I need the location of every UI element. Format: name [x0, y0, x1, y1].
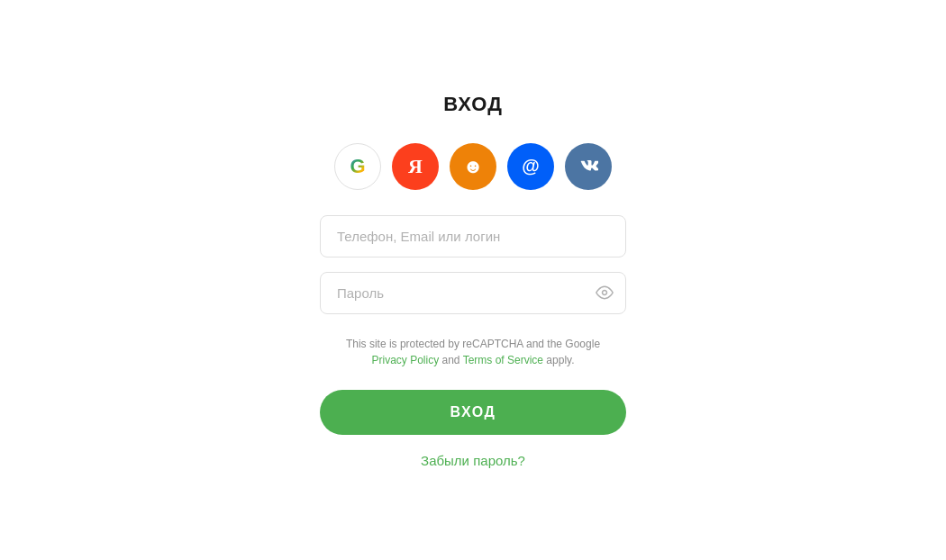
odnoklassniki-login-button[interactable]: ☻ [450, 143, 496, 190]
show-password-icon[interactable] [596, 284, 614, 302]
page-title: ВХОД [443, 93, 503, 116]
mailru-login-button[interactable]: @ [507, 143, 554, 190]
recaptcha-notice: This site is protected by reCAPTCHA and … [346, 336, 600, 368]
social-buttons-row: G Я ☻ @ [334, 143, 612, 190]
svg-point-0 [603, 291, 607, 295]
vk-icon [578, 158, 598, 174]
odnoklassniki-icon: ☻ [462, 155, 483, 178]
login-container: ВХОД G Я ☻ @ [320, 93, 626, 468]
password-wrapper [320, 272, 626, 314]
privacy-policy-link[interactable]: Privacy Policy [371, 354, 439, 366]
login-submit-button[interactable]: ВХОД [320, 390, 626, 435]
yandex-icon: Я [408, 155, 423, 178]
google-icon: G [350, 155, 365, 178]
password-input[interactable] [320, 272, 626, 314]
forgot-password-link[interactable]: Забыли пароль? [421, 453, 525, 468]
google-login-button[interactable]: G [334, 143, 381, 190]
yandex-login-button[interactable]: Я [392, 143, 439, 190]
mailru-icon: @ [522, 156, 540, 176]
vk-login-button[interactable] [565, 143, 612, 190]
terms-of-service-link[interactable]: Terms of Service [463, 354, 543, 366]
login-input[interactable] [320, 215, 626, 257]
